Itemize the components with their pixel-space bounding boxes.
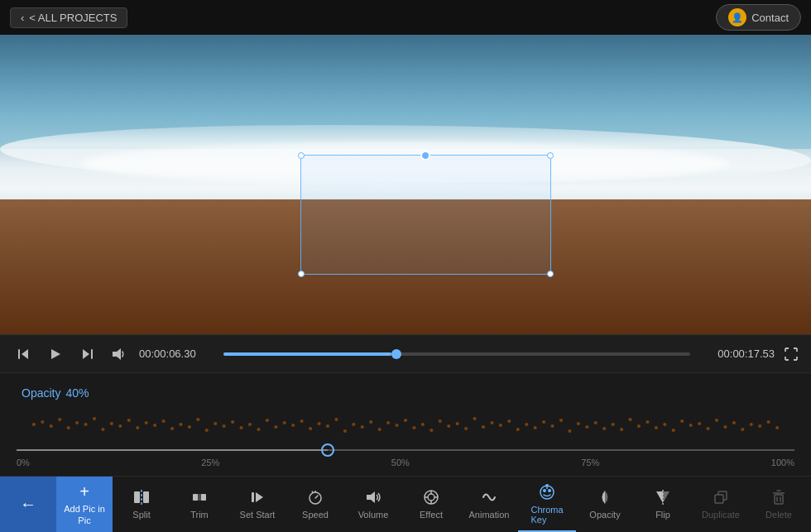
top-bar: ‹ < ALL PROJECTS 👤 Contact	[0, 0, 811, 35]
tool-setstart[interactable]: Set Start	[228, 477, 286, 532]
label-25: 25%	[201, 458, 219, 467]
svg-point-63	[525, 423, 528, 426]
svg-point-32	[257, 428, 260, 431]
svg-point-31	[248, 423, 252, 426]
svg-point-81	[680, 419, 684, 423]
svg-rect-3	[91, 349, 93, 359]
svg-point-92	[775, 426, 779, 429]
svg-point-10	[67, 426, 70, 429]
svg-point-6	[32, 423, 36, 426]
svg-point-88	[741, 428, 744, 431]
all-projects-button[interactable]: ‹ < ALL PROJECTS	[10, 7, 127, 28]
svg-marker-117	[656, 491, 663, 503]
svg-point-45	[369, 420, 372, 424]
tool-duplicate[interactable]: Duplicate	[692, 477, 750, 532]
svg-point-78	[655, 426, 658, 429]
svg-point-28	[223, 424, 226, 428]
svg-point-85	[715, 419, 718, 422]
tool-volume[interactable]: Volume	[344, 477, 402, 532]
effect-icon	[422, 488, 440, 506]
svg-point-15	[110, 422, 113, 425]
svg-line-104	[315, 496, 318, 498]
svg-point-18	[136, 426, 139, 429]
svg-point-35	[283, 421, 286, 424]
svg-point-49	[404, 419, 407, 422]
svg-point-8	[50, 424, 53, 428]
progress-bar[interactable]	[223, 352, 690, 356]
play-button[interactable]	[45, 345, 66, 363]
svg-point-71	[594, 421, 597, 424]
svg-point-79	[663, 423, 666, 426]
tool-speed[interactable]: Speed	[286, 477, 344, 532]
svg-point-114	[548, 489, 551, 492]
tool-trim[interactable]: Trim	[170, 477, 228, 532]
skip-forward-button[interactable]	[76, 345, 98, 363]
svg-point-20	[153, 424, 156, 427]
svg-point-36	[291, 424, 295, 427]
svg-point-65	[542, 420, 545, 424]
tool-opacity[interactable]: Opacity	[576, 477, 634, 532]
fullscreen-button[interactable]	[785, 347, 798, 361]
svg-rect-97	[193, 494, 198, 501]
opacity-track[interactable]	[17, 449, 794, 451]
opacity-tool-label: Opacity	[589, 510, 620, 520]
effect-label: Effect	[420, 510, 443, 520]
tool-delete[interactable]: Delete	[750, 477, 808, 532]
svg-point-56	[464, 427, 468, 430]
svg-point-64	[534, 426, 537, 429]
svg-point-34	[274, 425, 277, 429]
svg-point-76	[637, 424, 641, 428]
svg-point-24	[188, 425, 191, 429]
svg-point-50	[412, 426, 415, 429]
svg-point-41	[334, 418, 338, 421]
svg-point-107	[428, 494, 434, 501]
animation-icon	[480, 488, 498, 506]
svg-marker-1	[22, 349, 28, 359]
svg-point-54	[447, 424, 450, 428]
volume-tool-icon	[364, 488, 382, 506]
tool-split[interactable]: Split	[113, 477, 170, 532]
opacity-thumb[interactable]	[321, 443, 334, 457]
tool-effect[interactable]: Effect	[402, 477, 460, 532]
svg-point-77	[645, 420, 649, 424]
svg-point-62	[516, 428, 520, 431]
volume-button[interactable]	[108, 345, 129, 363]
svg-point-52	[429, 429, 433, 432]
opacity-header: Opacity40%	[17, 386, 794, 400]
svg-point-11	[75, 421, 79, 424]
svg-point-86	[723, 425, 727, 429]
svg-point-73	[612, 423, 615, 426]
svg-point-38	[309, 427, 312, 430]
back-button[interactable]: ←	[0, 477, 56, 532]
svg-point-87	[732, 421, 736, 424]
all-projects-label: < ALL PROJECTS	[29, 12, 117, 24]
video-preview	[0, 35, 811, 334]
label-50: 50%	[391, 458, 410, 467]
svg-point-83	[698, 422, 701, 425]
svg-point-33	[266, 419, 269, 422]
contact-avatar-icon: 👤	[728, 8, 746, 26]
back-icon: ←	[20, 495, 36, 514]
svg-line-103	[312, 491, 313, 492]
add-pic-label: Add Pic inPic	[64, 503, 105, 527]
svg-point-67	[559, 419, 563, 422]
split-icon	[132, 488, 151, 506]
svg-point-22	[170, 427, 174, 430]
tool-flip[interactable]: Flip	[634, 477, 692, 532]
add-pic-button[interactable]: + Add Pic inPic	[56, 477, 113, 532]
svg-point-60	[499, 424, 502, 427]
svg-marker-118	[663, 491, 669, 503]
skip-back-button[interactable]	[13, 345, 35, 363]
opacity-value: 40%	[65, 386, 89, 400]
contact-button[interactable]: 👤 Contact	[716, 4, 801, 31]
duplicate-label: Duplicate	[702, 510, 740, 520]
svg-point-25	[196, 418, 199, 421]
tool-chromakey[interactable]: ChromaKey	[518, 477, 576, 532]
opacity-slider-container	[17, 410, 794, 451]
svg-point-90	[758, 424, 761, 428]
tool-animation[interactable]: Animation	[460, 477, 518, 532]
svg-point-66	[550, 424, 554, 428]
svg-point-74	[620, 428, 623, 431]
svg-point-55	[456, 422, 459, 425]
video-canvas	[0, 35, 811, 334]
